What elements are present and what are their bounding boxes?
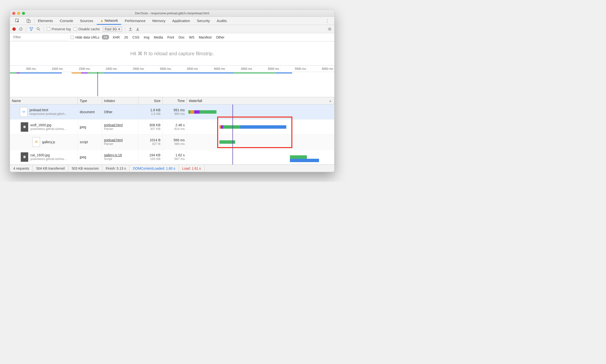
chevron-down-icon: ▾ <box>118 27 120 31</box>
summary-bar: 4 requests 504 KB transferred 503 KB res… <box>10 165 334 172</box>
header-waterfall[interactable]: Waterfall▲ <box>187 97 334 104</box>
filter-bar: Hide data URLs All XHR JS CSS Img Media … <box>10 33 334 41</box>
summary-requests: 4 requests <box>10 165 33 172</box>
header-name[interactable]: Name <box>10 97 78 104</box>
svg-rect-0 <box>15 19 18 22</box>
inspect-element-icon[interactable] <box>12 17 23 25</box>
requests-table: <>preload.htmlresponsive-preload.glitch…… <box>10 104 334 165</box>
tab-console[interactable]: Console <box>56 17 77 25</box>
disable-cache-checkbox[interactable]: Disable cache <box>74 27 100 31</box>
tab-security[interactable]: Security <box>193 17 213 25</box>
filter-ws[interactable]: WS <box>188 35 195 39</box>
search-icon[interactable] <box>36 27 41 31</box>
tab-application[interactable]: Application <box>169 17 193 25</box>
filter-font[interactable]: Font <box>166 35 175 39</box>
device-toggle-icon[interactable] <box>23 17 34 25</box>
throttle-select[interactable]: Fast 3G▾ <box>103 26 122 32</box>
titlebar: DevTools - responsive-preload.glitch.me/… <box>10 10 334 17</box>
table-headers: Name Type Initiator Size Time Waterfall▲ <box>10 97 334 104</box>
filter-img[interactable]: Img <box>143 35 150 39</box>
summary-transferred: 504 KB transferred <box>33 165 68 172</box>
file-icon: <> <box>20 107 28 117</box>
sort-arrow-icon: ▲ <box>329 99 332 102</box>
preserve-log-checkbox[interactable]: Preserve log <box>47 27 71 31</box>
file-icon: JS <box>32 137 40 147</box>
tab-elements[interactable]: Elements <box>34 17 56 25</box>
tab-audits[interactable]: Audits <box>213 17 230 25</box>
tab-memory[interactable]: Memory <box>149 17 169 25</box>
svg-point-7 <box>329 28 330 30</box>
filter-icon[interactable] <box>29 27 33 31</box>
filter-media[interactable]: Media <box>153 35 164 39</box>
annotation-box <box>217 117 292 148</box>
devtools-window: DevTools - responsive-preload.glitch.me/… <box>10 10 334 172</box>
tab-network[interactable]: ▲Network <box>97 17 121 25</box>
file-icon: 🖼 <box>21 152 28 162</box>
filter-xhr[interactable]: XHR <box>111 35 121 39</box>
filter-other[interactable]: Other <box>215 35 225 39</box>
filter-js[interactable]: JS <box>123 35 129 39</box>
record-button[interactable] <box>12 27 16 31</box>
summary-resources: 503 KB resources <box>68 165 102 172</box>
svg-line-4 <box>20 28 22 30</box>
header-type[interactable]: Type <box>78 97 102 104</box>
filter-css[interactable]: CSS <box>131 35 140 39</box>
header-size[interactable]: Size <box>138 97 163 104</box>
svg-rect-2 <box>28 20 30 23</box>
summary-dcl: DOMContentLoaded: 1.60 s <box>130 165 179 172</box>
header-time[interactable]: Time <box>163 97 187 104</box>
svg-point-5 <box>37 27 39 30</box>
clear-icon[interactable] <box>19 27 23 31</box>
upload-icon[interactable] <box>128 27 132 31</box>
filter-input[interactable] <box>12 34 68 40</box>
filmstrip-hint: Hit ⌘ R to reload and capture filmstrip. <box>10 41 334 66</box>
filter-all[interactable]: All <box>102 35 109 39</box>
header-initiator[interactable]: Initiator <box>102 97 138 104</box>
timeline-overview[interactable]: 500 ms 1000 ms 1500 ms 2000 ms 2500 ms 3… <box>10 66 334 97</box>
filter-doc[interactable]: Doc <box>177 35 185 39</box>
tab-performance[interactable]: Performance <box>121 17 149 25</box>
warning-icon: ▲ <box>100 18 104 23</box>
svg-line-6 <box>39 30 40 30</box>
summary-load: Load: 1.61 s <box>179 165 205 172</box>
summary-finish: Finish: 5.13 s <box>102 165 130 172</box>
download-icon[interactable] <box>135 27 140 31</box>
kebab-menu-icon[interactable]: ⋮ <box>322 18 332 24</box>
hide-data-urls-checkbox[interactable]: Hide data URLs <box>71 35 99 39</box>
tab-sources[interactable]: Sources <box>77 17 97 25</box>
file-icon: 🖼 <box>21 122 28 132</box>
panel-tabs: Elements Console Sources ▲Network Perfor… <box>10 17 334 25</box>
filter-manifest[interactable]: Manifest <box>198 35 212 39</box>
gear-icon[interactable] <box>328 27 332 31</box>
table-row[interactable]: 🖼cat_1600.jpgyoavweiss.github.io/ima… jp… <box>10 150 334 165</box>
window-title: DevTools - responsive-preload.glitch.me/… <box>10 11 334 15</box>
network-toolbar: Preserve log Disable cache Fast 3G▾ <box>10 25 334 33</box>
